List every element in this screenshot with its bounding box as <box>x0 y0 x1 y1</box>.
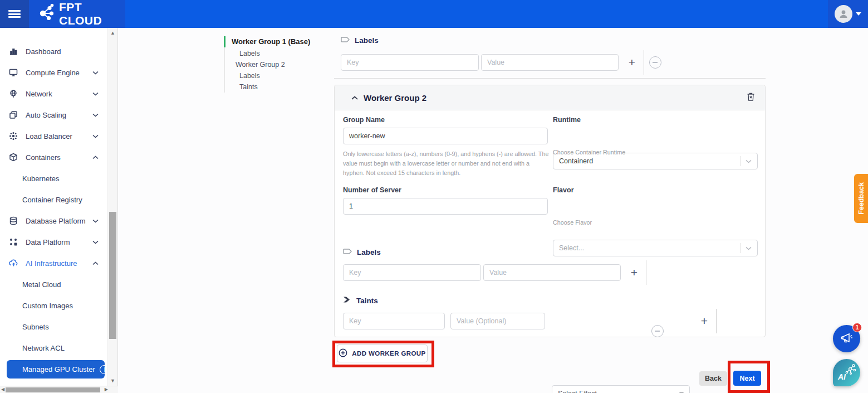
wg2-label-value-input[interactable] <box>483 264 621 281</box>
add-worker-group-button[interactable]: ADD WORKER GROUP <box>337 345 428 362</box>
worker-group-2-title: Worker Group 2 <box>364 93 426 103</box>
sidebar-item-custom-images[interactable]: Custom Images <box>0 295 107 316</box>
chevron-down-icon <box>92 113 99 117</box>
taint-key-input[interactable] <box>343 313 445 329</box>
database-icon <box>8 216 18 226</box>
add-taint-button[interactable]: + <box>698 315 710 327</box>
sidebar-horizontal-scrollbar[interactable]: ◀ ▶ <box>0 386 118 393</box>
sidebar-item-dashboard[interactable]: Dashboard <box>0 41 107 62</box>
molecule-logo-icon <box>37 3 56 25</box>
number-of-server-label: Number of Server <box>343 186 401 194</box>
worker-group-2-card: Worker Group 2 Group Name Only lowercase… <box>334 85 766 337</box>
sidebar-item-managed-gpu-cluster[interactable]: Managed GPU Cluster beta <box>0 358 107 380</box>
feedback-tab-label: Feedback <box>857 182 865 215</box>
back-button[interactable]: Back <box>699 371 727 386</box>
hamburger-icon <box>8 9 21 20</box>
worker-group-2-header[interactable]: Worker Group 2 <box>335 85 765 110</box>
sidebar-item-label: Custom Images <box>22 302 73 310</box>
sidebar-item-network[interactable]: Network <box>0 83 107 104</box>
scroll-right-arrow[interactable]: ▶ <box>105 387 108 392</box>
stepnav-wg2-labels[interactable]: Labels <box>232 70 327 81</box>
top-header: FPT CLOUD <box>0 0 868 28</box>
cluster-form: Labels + Worker Group 2 <box>334 28 766 393</box>
chevron-down-icon <box>92 71 99 75</box>
sidebar-item-data-platform[interactable]: Data Platform <box>0 231 107 253</box>
sidebar-item-compute-engine[interactable]: Compute Engine <box>0 62 107 83</box>
stepnav-wg1-labels[interactable]: Labels <box>232 48 327 59</box>
chevron-down-icon <box>92 219 99 223</box>
scroll-down-arrow[interactable]: ▼ <box>108 378 117 384</box>
feedback-tab[interactable]: Feedback <box>854 174 868 223</box>
wg2-remove-label-button[interactable] <box>651 325 664 337</box>
sidebar-item-label: Load Balancer <box>26 132 72 140</box>
collapse-chevron-up-icon[interactable] <box>351 93 358 103</box>
ai-label: AI <box>838 372 846 381</box>
divider <box>716 309 717 333</box>
sidebar-item-label: Auto Scaling <box>26 111 66 119</box>
stepnav-wg2-taints[interactable]: Taints <box>232 81 327 93</box>
active-step-marker <box>224 36 225 47</box>
stepnav-worker-group-1[interactable]: Worker Group 1 (Base) <box>232 36 327 48</box>
sidebar-item-label: Data Platform <box>26 238 70 246</box>
chevron-down-icon <box>92 134 99 138</box>
stepnav-worker-group-2[interactable]: Worker Group 2 <box>232 59 327 70</box>
sidebar-item-ai-infrastructure[interactable]: AI Infrastructure <box>0 253 107 274</box>
hamburger-menu-button[interactable] <box>0 0 29 28</box>
number-of-server-input[interactable] <box>343 198 548 215</box>
sidebar-item-container-registry[interactable]: Container Registry <box>0 189 107 210</box>
sidebar-item-metal-cloud[interactable]: Metal Cloud <box>0 274 107 295</box>
brand-logo[interactable]: FPT CLOUD <box>29 0 125 28</box>
user-menu[interactable] <box>828 0 868 28</box>
containers-box-icon <box>8 152 18 162</box>
sidebar-item-auto-scaling[interactable]: Auto Scaling <box>0 104 107 125</box>
runtime-label: Runtime <box>553 116 581 124</box>
announcements-button[interactable]: 1 <box>833 325 860 352</box>
flavor-label: Flavor <box>553 186 574 194</box>
divider <box>644 50 644 75</box>
taint-value-input[interactable] <box>450 313 545 329</box>
data-platform-icon <box>8 237 18 247</box>
wg2-label-key-input[interactable] <box>343 264 481 281</box>
group-name-input[interactable] <box>343 128 548 144</box>
wg1-remove-label-button[interactable] <box>649 56 661 69</box>
delete-worker-group-icon[interactable] <box>747 92 755 104</box>
network-globe-icon <box>8 89 18 99</box>
scroll-left-arrow[interactable]: ◀ <box>1 387 4 392</box>
chevron-down-icon <box>746 244 752 252</box>
sidebar-vertical-scrollbar[interactable]: ▲ ▼ <box>107 28 118 386</box>
dashboard-icon <box>8 46 18 56</box>
sidebar-item-load-balancer[interactable]: Load Balancer <box>0 125 107 147</box>
flavor-select[interactable]: Select... <box>553 240 758 256</box>
sidebar-item-label: Managed GPU Cluster <box>22 365 95 373</box>
scroll-up-arrow[interactable]: ▲ <box>108 30 117 36</box>
sidebar-item-subnets[interactable]: Subnets <box>0 316 107 337</box>
chevron-up-icon <box>92 156 99 159</box>
wg1-add-label-button[interactable]: + <box>626 56 638 69</box>
label-tag-icon <box>343 248 352 257</box>
wg1-label-key-input[interactable] <box>341 54 479 71</box>
wg2-labels-heading: Labels <box>343 248 381 257</box>
chevron-down-icon <box>856 12 861 16</box>
label-tag-icon <box>341 36 350 45</box>
chevron-down-icon <box>92 92 99 96</box>
sidebar-item-containers[interactable]: Containers <box>0 147 107 168</box>
wg1-label-value-input[interactable] <box>481 54 619 71</box>
active-item-pill[interactable]: Managed GPU Cluster beta <box>7 360 105 379</box>
brand-name: FPT CLOUD <box>59 1 125 27</box>
chevron-down-icon <box>92 240 99 244</box>
next-button[interactable]: Next <box>733 371 761 386</box>
sidebar-item-label: Network <box>26 90 52 98</box>
notification-badge: 1 <box>852 323 862 332</box>
wg2-add-label-button[interactable]: + <box>628 266 640 279</box>
vertical-scrollbar-thumb[interactable] <box>109 212 116 339</box>
taint-effect-select[interactable]: Select Effect... <box>552 385 690 393</box>
sidebar-item-database-platform[interactable]: Database Platform <box>0 210 107 231</box>
compute-engine-icon <box>8 67 18 77</box>
ai-assistant-button[interactable]: AI <box>833 359 860 386</box>
horizontal-scrollbar-thumb[interactable] <box>6 387 100 392</box>
sidebar-item-kubernetes[interactable]: Kubernetes <box>0 168 107 189</box>
ai-infrastructure-cloud-icon <box>8 258 18 268</box>
worker-group-step-nav: Worker Group 1 (Base) Labels Worker Grou… <box>224 36 327 93</box>
sidebar-item-label: Kubernetes <box>22 174 60 183</box>
sidebar-item-network-acl[interactable]: Network ACL <box>0 337 107 358</box>
